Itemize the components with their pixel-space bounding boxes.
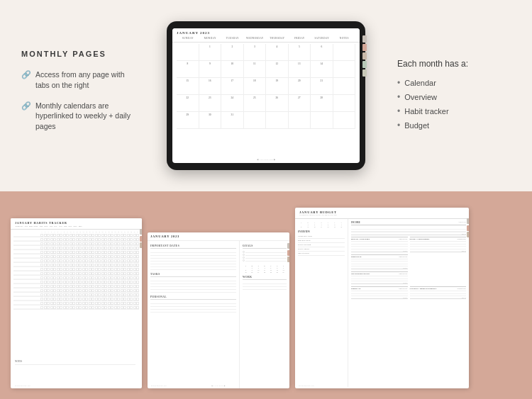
tablet-tab-2[interactable] [362, 44, 367, 51]
bullet-text-2: Monthly calendars are hyperlinked to wee… [35, 101, 135, 132]
budget-food: FOOD + GROCERIES AMOUNT TOTAL [410, 237, 467, 252]
cal-week-2: 8 9 10 11 12 13 14 [177, 61, 355, 78]
tablet-tab-5[interactable] [362, 69, 367, 77]
budget-overview-section: OVERVIEW START BALANCE END BALANCE TOTAL… [298, 230, 345, 256]
overview-header: JANUARY 2023 [148, 232, 289, 241]
feature-calendar: Calendar [397, 76, 511, 90]
tablet-tabs [362, 35, 367, 77]
budget-page: JANUARY BUDGET JAN FEB MAR APR MAY JUN J… [295, 208, 469, 388]
right-panel: Each month has a: Calendar Overview Habi… [397, 59, 511, 133]
cal-week-5: 29 30 31 [177, 112, 355, 129]
calendar-body: 1 2 3 4 5 6 8 9 10 11 12 13 [172, 43, 360, 130]
habit-grid-header: 1 2 3 4 5 6 7 8 9 10 11 12 13 14 15 16 1 [13, 231, 139, 232]
tablet-tab-3[interactable] [362, 52, 367, 60]
habit-row [13, 305, 139, 310]
budget-overview-title: OVERVIEW [298, 230, 345, 233]
overview-goals: GOALS [243, 245, 287, 262]
habit-nav: JUMP TO: JAN FEB MAR APR MAY JUN JUL AUG… [15, 225, 138, 227]
doc-tab-3[interactable] [140, 242, 142, 248]
budget-transportation: TRANSPORTATION AMOUNT TOTAL [351, 271, 408, 284]
budget-page-tabs [467, 218, 469, 237]
top-section: MONTHLY PAGES 🔗 Access from any page wit… [0, 0, 532, 191]
overview-page-tabs [287, 243, 289, 262]
tablet-tab-4[interactable] [362, 61, 367, 68]
overview-page: JANUARY 2023 IMPORTANT DATES TASKS [148, 232, 289, 388]
day-header-sat: SATURDAY [311, 36, 333, 40]
budget-tab-2[interactable] [467, 225, 469, 231]
income-amount-label: AMOUNT [458, 221, 466, 224]
overview-title: JANUARY 2023 [150, 235, 287, 238]
habit-tracker-page: JANUARY HABITS TRACKER JUMP TO: JAN FEB … [11, 218, 142, 388]
budget-tab-1[interactable] [467, 218, 469, 224]
day-header-tue: TUESDAY [221, 36, 244, 40]
tablet-page-nav: ◀ 1 2 3 4 5 6 7 8 9 ▶ [257, 159, 275, 161]
day-header-mon: MONDAY [199, 36, 222, 40]
habit-day-numbers: 1 2 3 4 5 6 7 8 9 10 11 12 13 14 15 16 1 [40, 231, 139, 232]
day-header-fri: FRIDAY [289, 36, 311, 40]
income-total: TOTAL [351, 233, 466, 235]
budget-header: JANUARY BUDGET JAN FEB MAR APR MAY JUN J… [295, 208, 469, 219]
bullet-text-1: Access from any page with tabs on the ri… [35, 69, 135, 90]
cal-week-1: 1 2 3 4 5 6 [177, 44, 355, 61]
calendar-header: JANUARY 2023 SUNDAY MONDAY TUESDAY WEDNE… [172, 28, 360, 43]
cal-week-4: 22 23 24 25 26 27 28 [177, 95, 355, 112]
habit-header: JANUARY HABITS TRACKER JUMP TO: JAN FEB … [11, 218, 142, 230]
link-icon-2: 🔗 [21, 101, 31, 111]
budget-left-col: S M T W T F S 2 3 4 5 6 7 8 [295, 219, 348, 387]
budget-nav: JAN FEB MAR APR MAY JUN JUL AUG SEP OCT … [299, 214, 465, 215]
bullet-2: 🔗 Monthly calendars are hyperlinked to w… [21, 101, 135, 132]
budget-tab-3[interactable] [467, 232, 469, 237]
budget-savings: SAVINGS / DEBT PAYMENTS AMOUNT TOTAL [410, 286, 467, 299]
habit-footer: BUILD LIFE LOFT | 2023 [15, 385, 31, 386]
section-title: MONTHLY PAGES [21, 50, 135, 58]
budget-overview-row-5: NET SAVINGS [298, 252, 345, 256]
features-heading: Each month has a: [397, 59, 511, 69]
overview-tab-1[interactable] [287, 243, 289, 249]
day-header-wed: WEDNESDAY [244, 36, 267, 40]
budget-medical: MEDICAL AMOUNT TOTAL [351, 286, 408, 299]
habit-notes-section: NOTES [15, 360, 135, 374]
budget-right-col: INCOME AMOUNT TOTAL HOUSE / UTILITIES AM… [348, 219, 469, 387]
overview-page-nav: ◀ 1 2 3 4 5 6 ▶ [211, 385, 226, 386]
day-header-thu: THURSDAY [266, 36, 289, 40]
habit-rows [13, 233, 139, 310]
habit-title: JANUARY HABITS TRACKER [15, 221, 138, 225]
day-header-sun: SUNDAY [177, 36, 199, 40]
overview-tab-2[interactable] [287, 250, 289, 256]
habit-page-tabs [140, 229, 142, 248]
budget-mini-cal: S M T W T F S 2 3 4 5 6 7 8 [298, 222, 345, 227]
overview-left-col: IMPORTANT DATES TASKS [148, 241, 240, 388]
overview-footer: BUILD LIFE LOFT | 2023 [151, 385, 167, 386]
cal-week-3: 15 16 17 18 19 20 21 [177, 78, 355, 95]
budget-sections-grid: HOUSE / UTILITIES AMOUNT TOTAL FOOD + GR… [351, 237, 466, 299]
tablet-tab-1[interactable] [362, 35, 367, 43]
income-header: INCOME AMOUNT [351, 221, 466, 225]
tablet-container: JANUARY 2023 SUNDAY MONDAY TUESDAY WEDNE… [149, 21, 383, 170]
overview-work: WORK [243, 276, 287, 290]
overview-important-dates: IMPORTANT DATES [150, 245, 236, 270]
budget-footer: BUILD LIFE LOFT | 2023 [299, 385, 314, 386]
habit-grid: 1 2 3 4 5 6 7 8 9 10 11 12 13 14 15 16 1 [11, 230, 142, 311]
feature-habit: Habit tracker [397, 104, 511, 118]
doc-tab-1[interactable] [140, 229, 142, 235]
bottom-section: JANUARY HABITS TRACKER JUMP TO: JAN FEB … [0, 191, 532, 399]
link-icon-1: 🔗 [21, 70, 31, 79]
tablet-screen: JANUARY 2023 SUNDAY MONDAY TUESDAY WEDNE… [172, 28, 360, 163]
calendar-title: JANUARY 2023 [177, 31, 355, 35]
overview-tasks: TASKS [150, 273, 236, 293]
calendar-day-headers: SUNDAY MONDAY TUESDAY WEDNESDAY THURSDAY… [177, 36, 355, 40]
features-list: Calendar Overview Habit tracker Budget [397, 76, 511, 133]
income-lines [351, 227, 466, 232]
budget-body: S M T W T F S 2 3 4 5 6 7 8 [295, 219, 469, 387]
habit-notes-label: NOTES [15, 360, 135, 363]
doc-tab-2[interactable] [140, 236, 142, 242]
day-header-notes: NOTES [333, 36, 356, 40]
feature-budget: Budget [397, 118, 511, 133]
left-panel: MONTHLY PAGES 🔗 Access from any page wit… [21, 50, 135, 141]
overview-tab-3[interactable] [287, 257, 289, 262]
feature-overview: Overview [397, 90, 511, 104]
budget-personal: PERSONAL AMOUNT TOTAL [351, 254, 408, 270]
budget-house: HOUSE / UTILITIES AMOUNT TOTAL [351, 237, 408, 252]
overview-main: IMPORTANT DATES TASKS [148, 241, 289, 388]
income-label: INCOME [351, 221, 360, 224]
